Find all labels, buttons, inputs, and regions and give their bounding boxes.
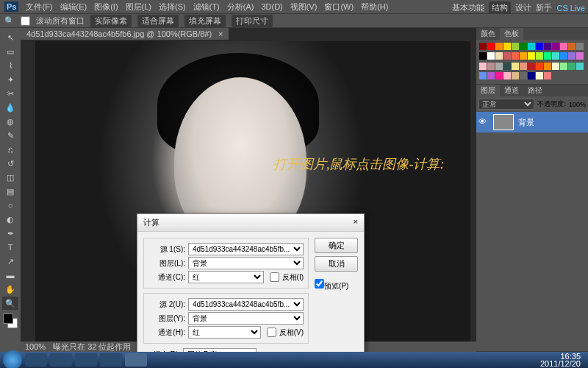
swatch-color[interactable] (503, 72, 511, 79)
menu-file[interactable]: 文件(F) (26, 1, 52, 13)
swatch-color[interactable] (520, 52, 527, 60)
menu-help[interactable]: 帮助(H) (361, 1, 388, 13)
opacity-value[interactable]: 100% (569, 101, 586, 108)
swatch-color[interactable] (536, 72, 543, 79)
close-doc-button[interactable]: × (218, 29, 223, 38)
ws-structure[interactable]: 结构 (489, 1, 511, 14)
swatch-color[interactable] (576, 52, 584, 60)
swatch-color[interactable] (520, 72, 527, 79)
document-tab[interactable]: 4d51d933ca443248ac4b5fb6.jpg @ 100%(RGB/… (21, 28, 229, 40)
paths-tab[interactable]: 路径 (523, 85, 547, 96)
swatch-color[interactable] (487, 43, 495, 50)
taskbar-explorer-icon[interactable] (25, 353, 47, 367)
menu-3d[interactable]: 3D(D) (261, 2, 282, 11)
eyedropper-tool[interactable]: 💧 (2, 101, 18, 114)
swatch-color[interactable] (536, 43, 543, 50)
swatch-color[interactable] (495, 52, 503, 60)
shape-tool[interactable]: ▬ (2, 269, 18, 282)
preview-checkbox[interactable] (315, 279, 324, 289)
swatch-color[interactable] (495, 72, 503, 79)
swatch-color[interactable] (568, 63, 576, 70)
swatch-color[interactable] (512, 52, 519, 60)
menu-layer[interactable]: 图层(L) (126, 1, 151, 13)
swatch-color[interactable] (544, 72, 551, 79)
swatch-color[interactable] (479, 72, 487, 79)
menu-image[interactable]: 图像(I) (94, 1, 118, 13)
zoom-tool[interactable]: 🔍 (2, 297, 18, 310)
marquee-tool[interactable]: ▭ (2, 45, 18, 58)
swatch-color[interactable] (495, 43, 503, 50)
print-size-button[interactable]: 打印尺寸 (232, 15, 273, 27)
history-brush-tool[interactable]: ↺ (2, 157, 18, 170)
swatch-color[interactable] (560, 63, 567, 70)
swatch-color[interactable] (487, 72, 495, 79)
swatches-tab[interactable]: 色板 (500, 28, 523, 40)
menu-window[interactable]: 窗口(W) (324, 1, 354, 13)
swatch-color[interactable] (479, 43, 487, 50)
swatch-color[interactable] (544, 52, 551, 60)
taskbar-folder-icon[interactable] (50, 353, 72, 367)
taskbar-browser-icon[interactable] (100, 353, 122, 367)
heal-tool[interactable]: ◍ (2, 115, 18, 128)
system-clock[interactable]: 16:35 2011/12/20 (540, 353, 585, 367)
pen-tool[interactable]: ✒ (2, 227, 18, 240)
swatch-color[interactable] (568, 52, 576, 60)
swatch-color[interactable] (528, 52, 535, 60)
eraser-tool[interactable]: ◫ (2, 171, 18, 184)
brush-tool[interactable]: ✎ (2, 129, 18, 142)
ok-button[interactable]: 确定 (315, 238, 358, 253)
swatch-color[interactable] (536, 63, 543, 70)
cslive-button[interactable]: CS Live (556, 4, 585, 13)
swatch-color[interactable] (536, 52, 543, 60)
gradient-tool[interactable]: ▤ (2, 185, 18, 198)
dialog-titlebar[interactable]: 计算 × (137, 214, 364, 232)
swatch-color[interactable] (503, 63, 511, 70)
layers-tab[interactable]: 图层 (476, 85, 500, 96)
color-tab[interactable]: 颜色 (476, 28, 500, 40)
visibility-icon[interactable]: 👁 (478, 117, 489, 127)
fill-screen-button[interactable]: 填充屏幕 (184, 15, 226, 27)
channels-tab[interactable]: 通道 (500, 85, 523, 96)
actual-pixels-button[interactable]: 实际像素 (90, 15, 132, 27)
swatch-color[interactable] (528, 72, 535, 79)
swatch-color[interactable] (520, 43, 527, 50)
type-tool[interactable]: T (2, 241, 18, 254)
swatch-color[interactable] (512, 43, 519, 50)
swatch-color[interactable] (495, 63, 503, 70)
lasso-tool[interactable]: ⌇ (2, 59, 18, 72)
src2-file-select[interactable]: 4d51d933ca443248ac4b5fb... (188, 298, 304, 311)
menu-select[interactable]: 选择(S) (159, 1, 186, 13)
start-button[interactable] (3, 350, 22, 368)
swatch-color[interactable] (560, 43, 567, 50)
swatch-color[interactable] (544, 43, 551, 50)
scroll-all-checkbox[interactable] (21, 16, 30, 26)
swatch-color[interactable] (487, 63, 495, 70)
color-swatch[interactable] (3, 314, 18, 328)
src1-layer-select[interactable]: 背景 (188, 257, 304, 269)
ws-new[interactable]: 新手 (536, 2, 552, 13)
menu-analysis[interactable]: 分析(A) (227, 1, 254, 13)
move-tool[interactable]: ↖ (2, 31, 18, 44)
stamp-tool[interactable]: ⎌ (2, 143, 18, 156)
ws-design[interactable]: 设计 (515, 2, 531, 13)
layer-thumbnail[interactable] (493, 114, 514, 130)
swatch-color[interactable] (503, 43, 511, 50)
src2-invert-checkbox[interactable] (267, 328, 276, 337)
swatch-color[interactable] (552, 63, 559, 70)
swatch-color[interactable] (479, 52, 487, 60)
swatch-color[interactable] (479, 63, 487, 70)
swatch-color[interactable] (560, 52, 567, 60)
zoom-level[interactable]: 100% (25, 342, 46, 351)
fit-screen-button[interactable]: 适合屏幕 (137, 15, 179, 27)
swatch-color[interactable] (552, 52, 559, 60)
swatch-color[interactable] (512, 63, 519, 70)
swatch-color[interactable] (528, 43, 535, 50)
cancel-button[interactable]: 取消 (315, 256, 358, 272)
dialog-close-button[interactable]: × (354, 217, 358, 228)
swatch-color[interactable] (552, 43, 559, 50)
dodge-tool[interactable]: ◐ (2, 213, 18, 226)
src2-chan-select[interactable]: 红 (188, 326, 261, 339)
crop-tool[interactable]: ✂ (2, 87, 18, 100)
hand-tool[interactable]: ✋ (2, 283, 18, 296)
blur-tool[interactable]: ○ (2, 199, 18, 212)
